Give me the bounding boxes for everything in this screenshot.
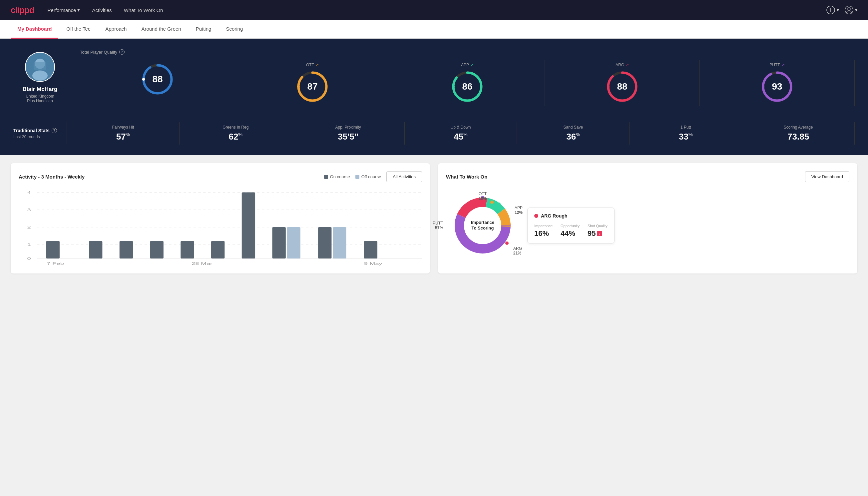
svg-rect-40	[242, 192, 255, 259]
player-info: Blair McHarg United Kingdom Plus Handica…	[13, 52, 67, 103]
nav-what-to-work-on[interactable]: What To Work On	[124, 7, 163, 13]
donut-chart-container: Importance To Scoring OTT 10% APP 12% AR…	[446, 189, 519, 262]
tab-around-the-green[interactable]: Around the Green	[135, 20, 188, 38]
app-value: 86	[462, 81, 472, 92]
svg-point-14	[297, 85, 300, 88]
svg-point-20	[607, 85, 610, 88]
app-circle: 86	[451, 70, 484, 103]
off-course-dot	[356, 175, 359, 179]
top-nav: clippd Performance ▾ Activities What To …	[0, 0, 868, 20]
svg-point-7	[32, 71, 48, 81]
total-score-circle: 88	[141, 63, 174, 96]
svg-text:7 Feb: 7 Feb	[47, 261, 64, 265]
traditional-stats: Traditional Stats ? Last 20 rounds Fairw…	[13, 122, 855, 144]
scores-label: Total Player Quality ?	[80, 49, 855, 55]
avatar	[25, 52, 55, 82]
nav-performance[interactable]: Performance ▾	[48, 7, 80, 13]
svg-point-57	[490, 201, 494, 204]
stat-up-down: Up & Down 45%	[405, 122, 517, 144]
stat-sand-save: Sand Save 36%	[517, 122, 630, 144]
tab-putting[interactable]: Putting	[189, 20, 218, 38]
bar-chart-svg: 4 3 2 1 0	[19, 189, 422, 265]
legend-off-course: Off course	[356, 174, 381, 179]
ott-circle: 87	[296, 70, 329, 103]
logo[interactable]: clippd	[11, 5, 34, 15]
putt-trend-icon: ↗	[782, 63, 785, 67]
chevron-down-icon: ▾	[855, 7, 857, 13]
hero-section: Blair McHarg United Kingdom Plus Handica…	[0, 38, 868, 155]
bar-chart-container: 4 3 2 1 0	[19, 189, 422, 265]
info-panel: ARG Rough Importance 16% Opportunity 44%…	[527, 207, 615, 244]
svg-text:3: 3	[27, 207, 31, 212]
stat-scoring-avg: Scoring Average 73.85	[742, 122, 855, 144]
stat-app-proximity: App. Proximity 35'5"	[292, 122, 405, 144]
work-card: What To Work On View Dashboard	[438, 163, 857, 274]
score-arg: ARG ↗ 88	[545, 60, 700, 106]
work-card-title: What To Work On	[446, 174, 487, 180]
add-button[interactable]: ▾	[826, 5, 839, 15]
score-cards: 88 OTT ↗ 87	[80, 60, 855, 106]
player-name: Blair McHarg	[23, 86, 58, 93]
svg-rect-8	[34, 62, 46, 70]
svg-text:2: 2	[27, 225, 31, 230]
svg-rect-35	[89, 241, 102, 259]
ott-value: 87	[307, 81, 317, 92]
scores-section: Total Player Quality ? 88	[80, 49, 855, 106]
app-trend-icon: ↗	[470, 63, 474, 67]
svg-rect-41	[272, 227, 285, 259]
tab-nav: My Dashboard Off the Tee Approach Around…	[0, 20, 868, 38]
svg-point-55	[505, 242, 509, 245]
nav-activities[interactable]: Activities	[92, 7, 112, 13]
chart-legend: On course Off course	[324, 174, 381, 179]
svg-rect-42	[287, 227, 300, 259]
putt-label: PUTT ↗	[769, 63, 784, 67]
putt-value: 93	[772, 81, 782, 92]
svg-rect-44	[333, 227, 346, 259]
nav-links: Performance ▾ Activities What To Work On	[48, 7, 163, 13]
svg-rect-45	[364, 241, 377, 259]
score-putt: PUTT ↗ 93	[700, 60, 855, 106]
chevron-down-icon: ▾	[77, 7, 80, 13]
svg-rect-43	[318, 227, 331, 259]
chevron-down-icon: ▾	[837, 7, 839, 13]
ott-trend-icon: ↗	[315, 63, 319, 67]
ott-label: OTT ↗	[306, 63, 319, 67]
arg-trend-icon: ↗	[626, 63, 629, 67]
svg-point-11	[142, 78, 145, 81]
activity-card: Activity - 3 Months - Weekly On course O…	[11, 163, 430, 274]
tab-off-the-tee[interactable]: Off the Tee	[60, 20, 97, 38]
svg-point-4	[848, 7, 850, 10]
tab-approach[interactable]: Approach	[99, 20, 133, 38]
arg-rough-dot	[534, 214, 538, 218]
bottom-section: Activity - 3 Months - Weekly On course O…	[0, 155, 868, 281]
svg-text:0: 0	[27, 257, 31, 261]
score-app: APP ↗ 86	[390, 60, 545, 106]
help-icon[interactable]: ?	[119, 49, 125, 55]
legend-on-course: On course	[324, 174, 350, 179]
app-segment-label: APP 12%	[515, 205, 523, 215]
stat-1-putt: 1 Putt 33%	[630, 122, 742, 144]
view-dashboard-button[interactable]: View Dashboard	[805, 171, 849, 182]
putt-segment-label: PUTT 57%	[433, 221, 443, 230]
score-total: 88	[80, 60, 235, 106]
info-panel-stats: Importance 16% Opportunity 44% Shot Qual…	[534, 224, 607, 238]
app-label: APP ↗	[461, 63, 474, 67]
putt-circle: 93	[760, 70, 794, 103]
svg-rect-39	[211, 241, 224, 259]
stat-items: Fairways Hit 57% Greens In Reg 62% App. …	[67, 122, 855, 144]
trad-help-icon[interactable]: ?	[52, 128, 57, 133]
stat-fairways-hit: Fairways Hit 57%	[67, 122, 179, 144]
tab-my-dashboard[interactable]: My Dashboard	[11, 20, 58, 38]
svg-point-17	[452, 85, 455, 88]
info-panel-title: ARG Rough	[534, 213, 607, 218]
player-handicap: Plus Handicap	[27, 98, 53, 103]
shot-quality-badge: ↓	[597, 231, 602, 236]
all-activities-button[interactable]: All Activities	[386, 171, 422, 182]
svg-rect-36	[120, 241, 133, 259]
trad-stats-subtitle: Last 20 rounds	[13, 135, 67, 139]
svg-point-56	[497, 203, 501, 206]
svg-text:1: 1	[27, 243, 31, 247]
user-menu-button[interactable]: ▾	[845, 5, 857, 15]
tab-scoring[interactable]: Scoring	[219, 20, 250, 38]
total-score-value: 88	[152, 74, 162, 84]
